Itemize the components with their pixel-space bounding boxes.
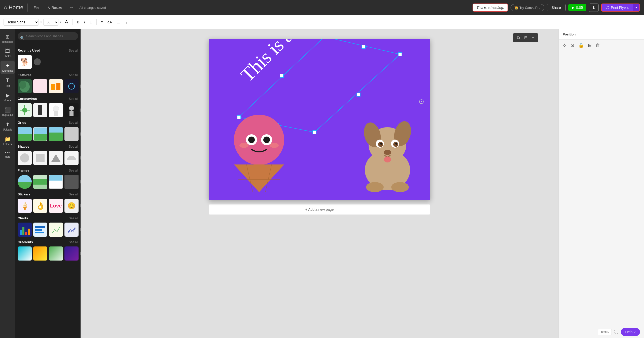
coronavirus-thumb-2[interactable] bbox=[33, 103, 47, 117]
font-color-button[interactable]: A bbox=[63, 19, 70, 26]
design-canvas[interactable]: This is a heading. bbox=[209, 39, 430, 200]
add-page-button[interactable]: + Add a new page bbox=[209, 204, 430, 215]
heading-display-text: This is a heading. bbox=[473, 4, 508, 12]
canvas-copy-button[interactable]: ⧉ bbox=[515, 35, 521, 40]
undo-button[interactable]: ↩ bbox=[68, 5, 75, 11]
canvas-more-button[interactable]: + bbox=[530, 35, 536, 40]
spacing-button[interactable]: ⋮ bbox=[123, 19, 130, 25]
trash-button[interactable]: 🗑 bbox=[595, 42, 601, 49]
featured-see-all[interactable]: See all bbox=[69, 73, 78, 77]
charts-see-all[interactable]: See all bbox=[69, 217, 78, 220]
sidebar-item-templates[interactable]: ⊞ Templates bbox=[1, 32, 15, 45]
frames-thumb-1[interactable] bbox=[18, 175, 32, 189]
lock-button[interactable]: 🔒 bbox=[577, 41, 585, 49]
gradients-thumb-3[interactable] bbox=[49, 246, 63, 261]
sidebar-item-videos[interactable]: ▶ Videos bbox=[1, 90, 15, 104]
stickers-title: Stickers bbox=[18, 192, 30, 196]
try-pro-button[interactable]: 👑 Try Canva Pro bbox=[511, 4, 544, 11]
charts-thumb-3[interactable] bbox=[49, 223, 63, 237]
grids-thumb-4[interactable] bbox=[64, 127, 79, 141]
case-button[interactable]: aA bbox=[106, 19, 114, 25]
text-icon: T bbox=[6, 77, 9, 84]
charts-thumb-4[interactable] bbox=[64, 223, 79, 237]
stickers-thumb-3[interactable]: Love bbox=[49, 199, 63, 213]
shapes-square-thumb[interactable] bbox=[33, 151, 47, 165]
sidebar-item-uploads[interactable]: ⬆ Uploads bbox=[1, 119, 15, 133]
gradients-thumb-2[interactable] bbox=[33, 246, 47, 261]
home-button[interactable]: ⌂ Home bbox=[4, 4, 23, 11]
help-button[interactable]: Help ? bbox=[621, 328, 640, 336]
copy-button[interactable]: ⊞ bbox=[587, 41, 593, 49]
recently-used-dog-thumb[interactable]: 🐕 bbox=[18, 55, 32, 69]
resize-button[interactable]: ⤡ Resize bbox=[45, 5, 64, 11]
position-tool-button[interactable]: ⊹ bbox=[562, 41, 567, 49]
coronavirus-thumb-3[interactable] bbox=[49, 103, 63, 117]
shapes-triangle-thumb[interactable] bbox=[49, 151, 63, 165]
try-pro-label: Try Canva Pro bbox=[519, 6, 540, 10]
stickers-see-all[interactable]: See all bbox=[69, 193, 78, 196]
shapes-see-all[interactable]: See all bbox=[69, 145, 78, 148]
sidebar-item-photos[interactable]: 🖼 Photos bbox=[1, 46, 15, 60]
gradients-see-all[interactable]: See all bbox=[69, 240, 78, 244]
frames-thumb-2[interactable] bbox=[33, 175, 47, 189]
italic-button[interactable]: I bbox=[83, 19, 87, 25]
canvas-area[interactable]: ⧉ ⊞ + bbox=[81, 29, 558, 338]
featured-thumb-1[interactable] bbox=[18, 79, 32, 93]
uploads-icon: ⬆ bbox=[6, 121, 10, 128]
file-button[interactable]: File bbox=[32, 5, 42, 11]
stickers-thumb-2[interactable]: 👌 bbox=[33, 199, 47, 213]
bold-button[interactable]: B bbox=[75, 19, 81, 25]
grids-thumb-1[interactable] bbox=[18, 127, 32, 141]
resize-label: Resize bbox=[51, 6, 62, 10]
print-flyers-button[interactable]: 🖨 Print Flyers bbox=[602, 4, 633, 11]
recently-used-see-all[interactable]: See all bbox=[69, 49, 78, 52]
play-button[interactable]: ▶ 0:05 bbox=[568, 4, 586, 11]
shapes-halfcircle-thumb[interactable] bbox=[64, 151, 79, 165]
font-family-select[interactable]: Tenor Sans bbox=[4, 19, 39, 26]
featured-thumb-2[interactable] bbox=[33, 79, 47, 93]
charts-thumb-2[interactable] bbox=[33, 223, 47, 237]
crop-tool-button[interactable]: ⊠ bbox=[569, 41, 575, 49]
frames-see-all[interactable]: See all bbox=[69, 169, 78, 172]
stickers-thumb-1[interactable]: 🍦 bbox=[18, 199, 32, 213]
coronavirus-thumb-4[interactable] bbox=[64, 103, 79, 117]
font-size-select[interactable]: 56 bbox=[43, 19, 58, 26]
list-button[interactable]: ☰ bbox=[115, 19, 121, 25]
sidebar-item-background[interactable]: ⬛ Bkground bbox=[1, 105, 15, 118]
underline-button[interactable]: U bbox=[88, 19, 94, 25]
shapes-row: › bbox=[18, 151, 78, 165]
elements-icon: ✦ bbox=[6, 63, 10, 69]
sidebar-item-elements[interactable]: ✦ Elements bbox=[1, 61, 15, 74]
gradients-thumb-4[interactable] bbox=[64, 246, 79, 261]
share-button[interactable]: Share bbox=[547, 4, 566, 11]
frames-thumb-3[interactable] bbox=[49, 175, 63, 189]
coronavirus-see-all[interactable]: See all bbox=[69, 97, 78, 101]
stickers-thumb-4[interactable]: 😊 bbox=[64, 199, 79, 213]
shapes-circle-thumb[interactable] bbox=[18, 151, 32, 165]
featured-thumb-4[interactable] bbox=[64, 79, 79, 93]
recently-used-arrow[interactable]: → bbox=[34, 58, 41, 65]
featured-thumb-3[interactable] bbox=[49, 79, 63, 93]
sidebar-item-text[interactable]: T Text bbox=[1, 75, 15, 89]
align-button[interactable]: ≡ bbox=[99, 19, 104, 25]
sidebar-item-more[interactable]: ••• More bbox=[1, 149, 15, 160]
grids-thumb-2[interactable] bbox=[33, 127, 47, 141]
svg-line-28 bbox=[325, 39, 400, 54]
print-dropdown-button[interactable]: ▾ bbox=[633, 4, 639, 11]
search-input[interactable] bbox=[18, 32, 78, 40]
help-label: Help bbox=[625, 330, 633, 334]
svg-point-44 bbox=[248, 137, 255, 143]
grids-thumb-3[interactable] bbox=[49, 127, 63, 141]
zoom-level: 103% bbox=[598, 329, 612, 335]
svg-point-64 bbox=[395, 143, 397, 145]
sidebar-item-folders[interactable]: 📁 Folders bbox=[1, 134, 15, 148]
coronavirus-thumb-1[interactable] bbox=[18, 103, 32, 117]
fullscreen-button[interactable]: ⛶ bbox=[614, 330, 618, 334]
right-panel: Position ⊹ ⊠ 🔒 ⊞ 🗑 bbox=[558, 29, 644, 338]
grids-see-all[interactable]: See all bbox=[69, 121, 78, 124]
download-button[interactable]: ⬇ bbox=[589, 4, 599, 12]
frames-thumb-4[interactable] bbox=[64, 175, 79, 189]
charts-thumb-1[interactable] bbox=[18, 223, 32, 237]
canvas-duplicate-button[interactable]: ⊞ bbox=[523, 35, 529, 40]
gradients-thumb-1[interactable] bbox=[18, 246, 32, 261]
